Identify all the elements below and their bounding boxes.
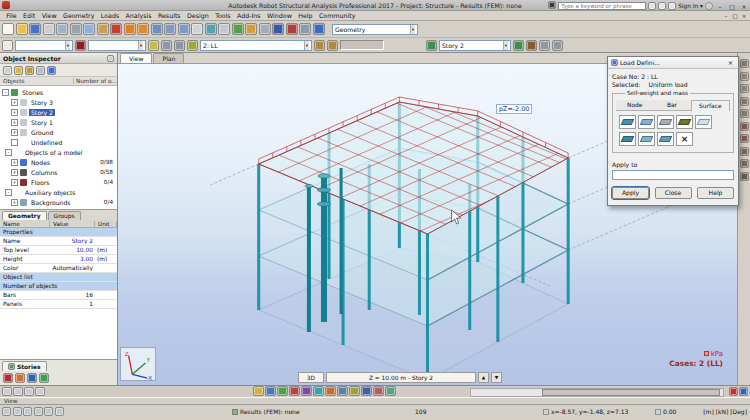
dialog-title-bar[interactable]: Load Defini... × xyxy=(608,57,738,69)
tree-item-label[interactable]: Story 1 xyxy=(29,119,55,126)
menu-item[interactable]: View xyxy=(39,12,60,19)
menu-item[interactable]: File xyxy=(3,12,20,19)
calculations-icon[interactable] xyxy=(272,23,284,35)
hydrostatic-load-icon[interactable] xyxy=(638,132,655,146)
chevron-down-icon[interactable]: ▾ xyxy=(304,41,309,50)
redo-icon[interactable] xyxy=(137,23,149,35)
tree-row[interactable]: - Objects of a model xyxy=(0,147,117,157)
property-row[interactable]: Properties xyxy=(0,228,117,237)
screen-capture-icon[interactable] xyxy=(740,159,749,168)
property-value[interactable]: Story 2 xyxy=(50,238,95,244)
print-preview-icon[interactable] xyxy=(56,23,68,35)
menu-item[interactable]: Community xyxy=(316,12,359,19)
view-numbers-icon[interactable] xyxy=(361,386,372,396)
results-icon[interactable] xyxy=(286,23,298,35)
level-up-button[interactable]: ▲ xyxy=(478,372,489,383)
view-loads-icon[interactable] xyxy=(337,386,348,396)
tree-item-label[interactable]: Ground xyxy=(29,129,55,136)
grid-toggle-icon[interactable] xyxy=(23,407,32,416)
name-column-header[interactable]: Name xyxy=(0,221,50,227)
linear-load-on-edges-icon[interactable] xyxy=(657,115,674,129)
exchange-apps-icon[interactable] xyxy=(658,2,666,10)
layers-icon[interactable] xyxy=(44,407,53,416)
property-row[interactable]: Top level 10.00 (m) xyxy=(0,246,117,255)
property-value[interactable]: 16 xyxy=(50,292,95,298)
view-menu-icon[interactable] xyxy=(740,59,749,68)
stories-table-icon[interactable] xyxy=(27,373,37,383)
tree-row[interactable]: + Story 1 xyxy=(0,117,117,127)
inspector-mode-icon[interactable] xyxy=(3,66,12,75)
menu-item[interactable]: Window xyxy=(264,12,295,19)
tree-item-label[interactable]: Objects of a model xyxy=(23,149,84,156)
paste-icon[interactable] xyxy=(97,23,109,35)
new-project-icon[interactable] xyxy=(2,23,14,35)
view-nodes-icon[interactable] xyxy=(289,386,300,396)
tree-item-label[interactable]: Story 2 xyxy=(29,109,55,116)
story-copy-icon[interactable] xyxy=(526,40,537,51)
screen-capture-icon[interactable] xyxy=(299,23,311,35)
tree-row[interactable]: + Story 2 xyxy=(0,107,117,117)
tree-row[interactable]: + Story 3 xyxy=(0,97,117,107)
load-on-contour-icon[interactable] xyxy=(676,115,693,129)
scrollbar-thumb[interactable] xyxy=(542,389,721,396)
inspector-tab[interactable]: Geometry xyxy=(2,211,47,220)
load-type-tab[interactable]: Node xyxy=(616,100,653,111)
expand-toggle-icon[interactable]: + xyxy=(11,99,18,106)
tree-row[interactable]: + Floors 0/4 xyxy=(0,177,117,187)
select-flag-icon[interactable] xyxy=(75,40,86,51)
initial-view-icon[interactable] xyxy=(740,134,749,143)
menu-item[interactable]: Tools xyxy=(212,12,234,19)
dialog-button[interactable]: Close xyxy=(655,187,692,199)
units-indicator[interactable]: [m] [kN] [Deg] xyxy=(703,408,747,415)
dialog-button[interactable]: Apply xyxy=(612,187,649,199)
copy-icon[interactable] xyxy=(83,23,95,35)
load-type-tab[interactable]: Surface xyxy=(691,100,730,111)
planar-load-on-bar-icon[interactable] xyxy=(695,115,712,129)
tree-row[interactable]: + Ground xyxy=(0,127,117,137)
property-value[interactable]: 1 xyxy=(50,301,95,307)
load-type-tab[interactable]: Bar xyxy=(653,100,690,111)
select-mode-icon[interactable] xyxy=(34,407,43,416)
zoom-out-icon[interactable] xyxy=(178,23,190,35)
results-status[interactable]: Results (FEM): none xyxy=(232,408,300,415)
load-case-icon[interactable] xyxy=(187,40,198,51)
menu-item[interactable]: Results xyxy=(155,12,184,19)
uniform-planar-load-icon[interactable] xyxy=(619,115,636,129)
unit-column-header[interactable]: Unit xyxy=(95,221,117,227)
expand-toggle-icon[interactable]: + xyxy=(11,169,18,176)
view-panels-icon[interactable] xyxy=(313,386,324,396)
expand-toggle-icon[interactable] xyxy=(11,139,18,146)
auto-hide-pin-icon[interactable] xyxy=(107,55,114,62)
load-record-icon[interactable] xyxy=(314,40,325,51)
display-mode-icon[interactable] xyxy=(13,407,22,416)
property-row[interactable]: Height 3.00 (m) xyxy=(0,255,117,264)
expand-toggle-icon[interactable]: + xyxy=(11,109,18,116)
minimize-button[interactable]: – xyxy=(715,2,725,11)
stories-filter-icon[interactable] xyxy=(3,373,13,383)
property-value[interactable]: Automatically xyxy=(50,265,95,271)
story-combo[interactable]: Story 2▾ xyxy=(439,40,511,51)
selection-pointer-icon[interactable] xyxy=(2,40,13,51)
dialog-button[interactable]: Help xyxy=(697,187,734,199)
view-sections-icon[interactable] xyxy=(349,386,360,396)
zoom-in-icon[interactable] xyxy=(740,72,749,81)
search-input[interactable] xyxy=(558,2,646,10)
filters-icon[interactable] xyxy=(55,407,64,416)
story-up-icon[interactable] xyxy=(539,40,550,51)
load-case-combo[interactable]: 2: LL▾ xyxy=(200,40,312,51)
property-row[interactable]: Object list xyxy=(0,273,117,282)
object-properties-icon[interactable] xyxy=(259,23,271,35)
chevron-down-icon[interactable]: ▾ xyxy=(138,41,143,50)
undo-icon[interactable] xyxy=(124,23,136,35)
autodesk-account-icon[interactable] xyxy=(548,1,556,9)
expand-toggle-icon[interactable]: - xyxy=(5,189,12,196)
view-open-icon[interactable] xyxy=(265,386,276,396)
expand-toggle-icon[interactable]: + xyxy=(11,199,18,206)
saved-views-icon[interactable] xyxy=(161,40,172,51)
zoom-in-icon[interactable] xyxy=(164,23,176,35)
maximize-button[interactable]: □ xyxy=(727,2,737,11)
property-row[interactable]: Bars 16 xyxy=(0,291,117,300)
property-row[interactable]: Number of objects xyxy=(0,282,117,291)
apply-to-input[interactable] xyxy=(612,170,734,180)
number-column-header[interactable]: Number of o... xyxy=(73,78,117,84)
